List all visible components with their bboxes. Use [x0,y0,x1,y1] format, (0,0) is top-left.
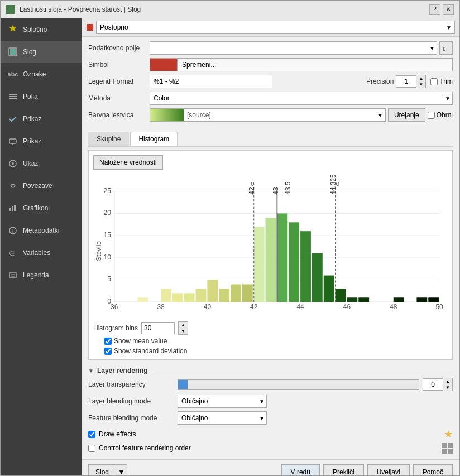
sidebar-item-prikaz2[interactable]: Prikaz [1,130,82,152]
bins-spin-up[interactable]: ▲ [179,322,188,328]
bottom-right: V redu Prekliči Uveljavi Pomoč [281,464,453,475]
transparency-slider-fill [178,380,188,389]
color-scale-display[interactable]: [source] ▼ [150,108,386,122]
transparency-slider[interactable] [178,379,419,390]
vredu-button[interactable]: V redu [281,464,320,475]
svg-text:48: 48 [390,303,397,311]
prikaz-icon [7,113,18,124]
layer-rendering-header[interactable]: ▼ Layer rendering [88,367,453,374]
uredi-button[interactable]: Urejanje [388,108,425,122]
legend-format-input[interactable]: %1 - %2 [150,75,272,88]
featureblend-row: Feature blending mode Običajno ▼ [88,411,453,425]
featureblend-select[interactable]: Običajno [178,411,267,425]
title-bar-left: Lastnosti sloja - Povprecna starost | Sl… [6,5,141,14]
legend-format-row: Legend Format %1 - %2 Precision 1 ▲ ▼ [88,75,453,88]
svg-text:40: 40 [204,303,212,311]
sidebar-item-grafikoni[interactable]: Grafikoni [1,197,82,219]
main-layout: Splošno Slog abc Oznake Polja [1,18,459,475]
polja-icon [7,91,18,102]
mode-selector-wrapper[interactable]: Postopno ▼ [96,21,455,34]
legend-format-label: Legend Format [88,78,150,85]
bins-spin: ▲ ▼ [178,321,188,335]
podatkovnopolje-expr-button[interactable]: ε [439,41,453,55]
sidebar-item-metapodatki[interactable]: i Metapodatki [1,219,82,242]
show-mean-label[interactable]: Show mean value [104,337,167,345]
bar-395 [196,289,207,302]
prikaz2-icon [7,136,18,147]
obrni-checkbox[interactable] [428,112,435,119]
sidebar-item-prikaz2-label: Prikaz [23,137,41,145]
pomoc-button[interactable]: Pomoč [413,464,453,475]
metoda-row: Metoda Color ▼ [88,92,453,105]
uveljavi-button[interactable]: Uveljavi [367,464,410,475]
simbol-control: Spremeni... [150,58,453,71]
slog-icon [7,46,18,57]
svg-rect-2 [10,49,16,55]
svg-text:36: 36 [111,303,118,311]
sidebar-item-slog[interactable]: Slog [1,41,82,63]
bar-435 [289,222,299,302]
blendmode-control: Običajno ▼ [178,395,453,408]
svg-text:25: 25 [104,187,112,195]
control-rendering-label[interactable]: Control feature rendering order [99,444,191,452]
preklici-button[interactable]: Prekliči [323,464,364,475]
bins-spin-down[interactable]: ▼ [179,328,188,334]
precision-spin-up[interactable]: ▲ [416,75,425,81]
trim-checkbox[interactable] [430,78,438,85]
tab-histogram[interactable]: Histogram [130,132,178,146]
naloadene-button[interactable]: Naložene vrednosti [93,155,163,170]
slog-button[interactable]: Slog [88,464,116,475]
help-button[interactable]: ? [429,4,440,15]
slog-dropdown-button[interactable]: ▼ [116,464,127,475]
sidebar-item-oznake[interactable]: abc Oznake [1,63,82,85]
bins-input[interactable]: 30 [141,322,175,334]
histogram-bins-row: Histogram bins 30 ▲ ▼ [93,321,448,335]
sidebar-item-ukazi[interactable]: Ukazi [1,152,82,175]
histogram-chart: Število 0 5 10 15 20 25 [93,173,448,318]
sidebar-item-splosno[interactable]: Splošno [1,18,82,41]
show-std-label[interactable]: Show standard deviation [104,347,187,355]
svg-rect-10 [9,208,11,211]
control-rendering-checkbox[interactable] [88,445,95,452]
sidebar-item-povezave[interactable]: Povezave [1,175,82,197]
sidebar-item-polja[interactable]: Polja [1,85,82,108]
legend-format-control: %1 - %2 Precision 1 ▲ ▼ [150,75,453,88]
transparency-spin-down[interactable]: ▼ [443,384,452,391]
svg-rect-0 [6,5,15,14]
show-std-checkbox[interactable] [104,348,112,355]
metoda-select[interactable]: Color [150,92,453,105]
tab-histogram-label: Histogram [138,135,169,143]
tab-skupine-label: Skupine [97,135,121,143]
sidebar-item-legenda[interactable]: Legenda [1,264,82,286]
svg-rect-11 [12,206,13,211]
blendmode-select[interactable]: Običajno [178,395,267,408]
sidebar-item-prikaz[interactable]: Prikaz [1,108,82,130]
sidebar-item-variables[interactable]: ∈ Variables [1,242,82,264]
mode-select[interactable]: Postopno [96,21,455,34]
svg-text:10: 10 [104,253,112,261]
transparency-control: 0 ▲ ▼ [178,378,453,391]
svg-rect-6 [9,139,16,143]
precision-value: 1 [396,75,416,88]
podatkovnopolje-input[interactable]: 1.2 pov_star [150,41,437,55]
draw-effects-label[interactable]: Draw effects [99,430,136,438]
bar-455 [336,289,346,302]
simbol-change-button[interactable]: Spremeni... [178,58,453,71]
precision-spin-down[interactable]: ▼ [416,81,425,88]
draw-effects-left: Draw effects [88,430,136,438]
svg-text:5: 5 [107,275,111,283]
tab-skupine[interactable]: Skupine [88,132,129,146]
close-button[interactable]: ✕ [443,4,454,15]
simbol-color-swatch[interactable] [150,58,178,71]
draw-effects-checkbox[interactable] [88,431,95,438]
show-mean-checkbox[interactable] [104,338,112,345]
svg-rect-19 [87,24,93,31]
transparency-spin-up[interactable]: ▲ [443,378,452,384]
barvnalestvica-control: [source] ▼ Urejanje Obrni [150,108,453,122]
svg-rect-3 [9,94,17,95]
bar-445 [312,253,323,302]
sidebar-item-grafikoni-label: Grafikoni [23,204,50,212]
content-area: Postopno ▼ Podatkovno polje 1.2 pov_star… [82,18,459,475]
bottom-bar: Slog ▼ V redu Prekliči Uveljavi Pomoč [82,459,459,475]
bar-37 [137,297,148,302]
